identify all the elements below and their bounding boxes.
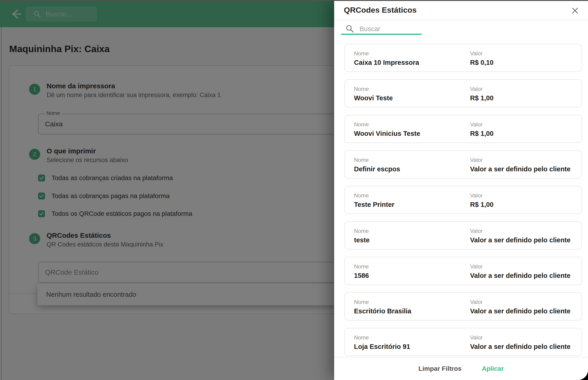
name-label: Nome bbox=[354, 334, 470, 341]
qrcode-list-item[interactable]: Nome teste Valor Valor a ser definido pe… bbox=[344, 221, 582, 249]
qrcode-name: Woovi Teste bbox=[354, 94, 470, 102]
name-label: Nome bbox=[354, 121, 470, 128]
app-window: Buscar... Maquininha Pix: Caixa 1 Nome d… bbox=[0, 0, 588, 380]
drawer-search-input[interactable] bbox=[359, 25, 425, 33]
drawer-search bbox=[334, 20, 588, 37]
value-label: Valor bbox=[470, 299, 570, 305]
search-icon bbox=[346, 25, 354, 33]
qrcode-list-item[interactable]: Nome Teste Printer Valor R$ 1,00 bbox=[344, 186, 582, 214]
qrcode-name: 1586 bbox=[354, 272, 470, 280]
qrcode-name: Loja Escritório 91 bbox=[354, 343, 470, 350]
name-label: Nome bbox=[354, 299, 470, 305]
drawer-title: QRCodes Estáticos bbox=[344, 5, 417, 15]
close-icon bbox=[571, 7, 579, 15]
qrcode-value: R$ 1,00 bbox=[470, 94, 494, 102]
drawer-header: QRCodes Estáticos bbox=[334, 0, 588, 20]
value-label: Valor bbox=[470, 228, 570, 234]
qrcode-value: Valor a ser definido pelo cliente bbox=[470, 343, 570, 350]
qrcodes-drawer: QRCodes Estáticos Nome Caixa 10 Impresso… bbox=[334, 0, 588, 380]
qrcode-list-item[interactable]: Nome Woovi Vinicius Teste Valor R$ 1,00 bbox=[344, 115, 582, 143]
qrcode-value: Valor a ser definido pelo cliente bbox=[470, 307, 570, 315]
qrcode-list-item[interactable]: Nome Woovi Teste Valor R$ 1,00 bbox=[344, 79, 582, 107]
value-label: Valor bbox=[470, 157, 570, 163]
qrcode-value: Valor a ser definido pelo cliente bbox=[470, 236, 570, 244]
value-label: Valor bbox=[470, 121, 494, 128]
value-label: Valor bbox=[470, 50, 494, 57]
qrcode-value: R$ 1,00 bbox=[470, 130, 494, 137]
name-label: Nome bbox=[354, 192, 470, 199]
qrcode-name: teste bbox=[354, 236, 470, 244]
qrcode-value: Valor a ser definido pelo cliente bbox=[470, 165, 570, 173]
qrcode-list-item[interactable]: Nome Caixa 10 Impressora Valor R$ 0,10 bbox=[344, 44, 582, 72]
apply-button[interactable]: Aplicar bbox=[478, 363, 507, 375]
close-button[interactable] bbox=[570, 6, 580, 15]
name-label: Nome bbox=[354, 86, 470, 92]
value-label: Valor bbox=[470, 86, 494, 92]
name-label: Nome bbox=[354, 157, 470, 163]
qrcode-name: Caixa 10 Impressora bbox=[354, 59, 470, 66]
clear-filters-button[interactable]: Limpar Filtros bbox=[415, 363, 465, 375]
name-label: Nome bbox=[354, 263, 470, 270]
qrcode-name: Definir escpos bbox=[354, 165, 470, 173]
window-top-edge bbox=[0, 0, 588, 1]
qrcode-list: Nome Caixa 10 Impressora Valor R$ 0,10 N… bbox=[334, 37, 588, 357]
drawer-footer: Limpar Filtros Aplicar bbox=[334, 357, 588, 380]
qrcode-name: Teste Printer bbox=[354, 201, 470, 209]
qrcode-name: Woovi Vinicius Teste bbox=[354, 130, 470, 137]
name-label: Nome bbox=[354, 228, 470, 234]
name-label: Nome bbox=[354, 50, 470, 57]
qrcode-list-item[interactable]: Nome Definir escpos Valor Valor a ser de… bbox=[344, 150, 582, 178]
qrcode-value: R$ 1,00 bbox=[470, 201, 494, 209]
qrcode-list-item[interactable]: Nome Loja Escritório 91 Valor Valor a se… bbox=[344, 328, 582, 356]
value-label: Valor bbox=[470, 192, 494, 199]
qrcode-list-item[interactable]: Nome 1586 Valor Valor a ser definido pel… bbox=[344, 257, 582, 285]
value-label: Valor bbox=[470, 334, 570, 341]
qrcode-value: Valor a ser definido pelo cliente bbox=[470, 272, 570, 280]
search-underline bbox=[341, 34, 422, 35]
qrcode-value: R$ 0,10 bbox=[470, 59, 494, 66]
qrcode-list-item[interactable]: Nome Escritório Brasilia Valor Valor a s… bbox=[344, 292, 582, 321]
qrcode-name: Escritório Brasilia bbox=[354, 307, 470, 315]
value-label: Valor bbox=[470, 263, 570, 270]
